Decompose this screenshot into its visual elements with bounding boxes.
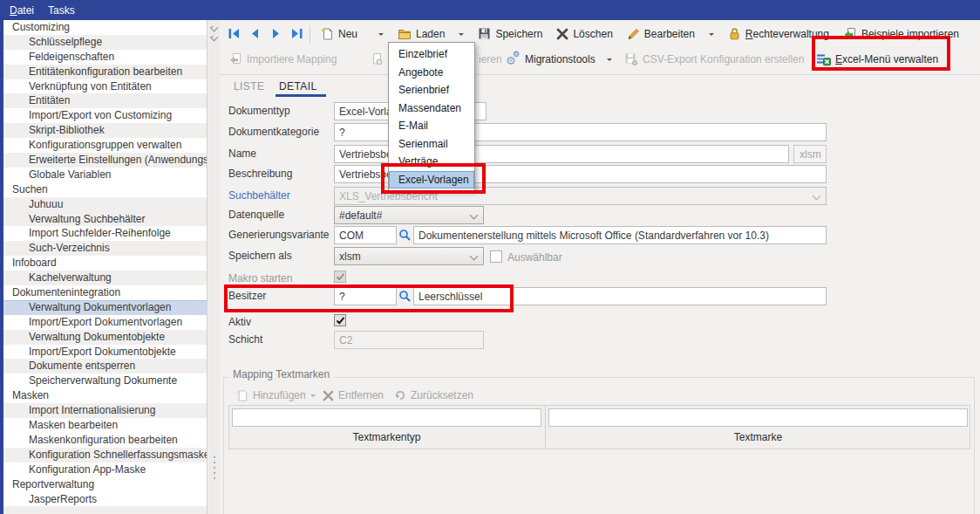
schicht-field[interactable]: C2 bbox=[334, 331, 484, 349]
hinzufuegen-dropdown-arrow-icon[interactable] bbox=[310, 394, 316, 400]
hinzufuegen-button[interactable]: Hinzufügen bbox=[235, 387, 316, 404]
sidebar-item-label: Konfiguration Schnellerfassungsmaske bbox=[29, 449, 207, 461]
sidebar-item[interactable]: Feldeigenschaften bbox=[3, 50, 207, 65]
splitter-grip[interactable] bbox=[214, 477, 215, 479]
beschreibung-label: Beschreibung bbox=[228, 168, 292, 180]
makro-starten-checkbox[interactable] bbox=[334, 271, 346, 283]
zuruecksetzen-button[interactable]: Zurücksetzen bbox=[394, 387, 473, 404]
menu-item[interactable]: E-Mail bbox=[389, 117, 474, 135]
sidebar-item-label: Dokumente entsperren bbox=[29, 360, 135, 372]
sidebar-item[interactable]: Masken bbox=[3, 388, 207, 403]
migrationstools-dropdown-arrow-icon[interactable] bbox=[607, 58, 612, 64]
beispiele-importieren-button[interactable]: Beispiele importieren bbox=[836, 23, 966, 45]
aktiv-checkbox[interactable] bbox=[334, 314, 346, 326]
splitter-grip[interactable] bbox=[214, 462, 215, 463]
sidebar-item-label: Schlüsselpflege bbox=[29, 36, 102, 48]
sidebar-item[interactable]: Schlüsselpflege bbox=[3, 35, 207, 50]
add-document-gray-icon bbox=[235, 389, 248, 402]
sidebar-item[interactable]: Dokumente entsperren bbox=[3, 359, 207, 374]
entfernen-button[interactable]: Entfernen bbox=[323, 387, 384, 404]
menu-tasks[interactable]: Tasks bbox=[48, 4, 75, 17]
textmarke-column-header[interactable]: Textmarke bbox=[548, 431, 968, 443]
suchbehaelter-label[interactable]: Suchbehälter bbox=[228, 189, 290, 202]
textmarkentyp-column-header[interactable]: Textmarkentyp bbox=[232, 431, 541, 443]
importiere-mapping-button[interactable]: Importiere Mapping bbox=[228, 48, 337, 71]
sidebar-item[interactable]: Reportverwaltung bbox=[3, 477, 207, 492]
menu-item-label: Excel-Vorlagen bbox=[398, 174, 469, 186]
menu-item[interactable]: Verträge bbox=[389, 153, 474, 171]
sidebar-item-label: Customizing bbox=[12, 21, 70, 33]
makro-starten-label: Makro starten bbox=[228, 272, 292, 284]
nav-previous-icon bbox=[248, 27, 262, 40]
tab-detail[interactable]: DETAIL bbox=[279, 80, 317, 93]
rechteverwaltung-button[interactable]: Rechteverwaltung bbox=[721, 23, 836, 45]
splitter-collapse-right-icon[interactable]: › bbox=[210, 33, 219, 42]
nav-last-button[interactable] bbox=[286, 23, 307, 45]
gears-icon: ⚙ ⚙ bbox=[506, 52, 521, 67]
loeschen-button[interactable]: Löschen bbox=[549, 23, 619, 45]
document-gray-icon bbox=[370, 52, 384, 66]
menu-item[interactable]: Excel-Vorlagen bbox=[389, 171, 474, 189]
splitter-grip[interactable] bbox=[214, 472, 215, 474]
menu-item[interactable]: Angebote bbox=[389, 64, 474, 82]
column-divider[interactable] bbox=[545, 406, 546, 449]
splitter-collapse-left-icon[interactable]: ‹ bbox=[210, 24, 219, 32]
menu-item[interactable]: Massendaten bbox=[389, 99, 474, 118]
name-label: Name bbox=[228, 147, 256, 160]
sidebar-item[interactable]: Verknüpfung von Entitäten bbox=[3, 79, 207, 94]
application-window: Datei Tasks Customizing Schlüsselpflege … bbox=[0, 0, 980, 514]
neu-dropdown-arrow-icon[interactable] bbox=[378, 33, 384, 38]
sidebar-item[interactable]: Entitätenkonfiguration bearbeiten bbox=[3, 65, 207, 79]
new-document-icon bbox=[320, 27, 334, 41]
datenquelle-chevron-icon[interactable] bbox=[470, 211, 479, 220]
covered-button-right[interactable]: ieren bbox=[479, 48, 502, 71]
laden-dropdown-arrow-icon[interactable] bbox=[459, 33, 464, 38]
auswaehlbar-checkbox[interactable] bbox=[490, 250, 502, 263]
menu-item[interactable]: Einzelbrief bbox=[389, 45, 474, 64]
speichern-button[interactable]: Speichern bbox=[471, 23, 549, 45]
csv-export-button[interactable]: CSV-Export Konfiguration erstellen bbox=[624, 48, 804, 71]
sidebar-item[interactable]: Konfiguration App-Maske bbox=[3, 463, 207, 477]
sidebar-item-label: Verknüpfung von Entitäten bbox=[29, 80, 152, 93]
neu-label: Neu bbox=[338, 28, 357, 40]
sidebar-item[interactable] bbox=[3, 506, 207, 514]
sidebar-item[interactable]: Customizing bbox=[3, 20, 207, 35]
bearbeiten-dropdown-arrow-icon[interactable] bbox=[709, 33, 714, 38]
excel-menu-verwalten-button[interactable]: Excel-Menü verwalten bbox=[816, 48, 938, 71]
textmarkentyp-filter-input[interactable] bbox=[232, 408, 541, 427]
splitter-grip[interactable] bbox=[214, 456, 215, 458]
sidebar-item[interactable]: Masken bearbeiten bbox=[3, 418, 207, 433]
toolbar-separator bbox=[310, 25, 310, 43]
nav-next-button[interactable] bbox=[265, 23, 286, 45]
generierungsvariante-field[interactable]: COM bbox=[334, 226, 397, 244]
nav-previous-button[interactable] bbox=[244, 23, 265, 45]
sidebar-item-label: Maskenkonfiguration bearbeiten bbox=[29, 434, 178, 446]
neu-button[interactable]: Neu bbox=[313, 23, 391, 45]
menu-item[interactable]: Serienbrief bbox=[389, 81, 474, 99]
sidebar-item-label: Feldeigenschaften bbox=[29, 51, 114, 63]
suchbehaelter-chevron-icon[interactable] bbox=[813, 192, 821, 201]
menu-datei[interactable]: Datei bbox=[10, 4, 34, 17]
textmarke-filter-input[interactable] bbox=[548, 408, 968, 427]
generierungsvariante-label: Generierungsvariante bbox=[228, 229, 329, 241]
nav-first-button[interactable] bbox=[223, 23, 244, 45]
besitzer-field[interactable]: ? bbox=[334, 287, 397, 305]
speichern-als-combobox[interactable]: xlsm bbox=[334, 247, 484, 265]
name-extension-badge: xlsm bbox=[793, 145, 827, 163]
menu-item[interactable]: Serienmail bbox=[389, 135, 474, 154]
sidebar-item[interactable]: Import Internationalisierung bbox=[3, 403, 207, 418]
sidebar-item[interactable]: JasperReports bbox=[3, 492, 207, 507]
sidebar-item[interactable]: Speicherverwaltung Dokumente bbox=[3, 374, 207, 388]
besitzer-lookup-icon[interactable] bbox=[398, 290, 412, 303]
bearbeiten-button[interactable]: Bearbeiten bbox=[620, 23, 721, 45]
sidebar-item[interactable]: Konfiguration Schnellerfassungsmaske bbox=[3, 448, 207, 463]
tab-liste[interactable]: LISTE bbox=[234, 80, 264, 93]
sidebar-item[interactable]: Maskenkonfiguration bearbeiten bbox=[3, 433, 207, 448]
rechteverwaltung-label: Rechteverwaltung bbox=[745, 28, 829, 40]
remove-x-gray-icon bbox=[323, 390, 334, 401]
speichern-als-chevron-icon[interactable] bbox=[470, 252, 479, 261]
datenquelle-combobox[interactable]: #default# bbox=[334, 206, 484, 224]
migrationstools-button[interactable]: ⚙ ⚙ Migrationstools bbox=[506, 48, 612, 71]
splitter-grip[interactable] bbox=[214, 467, 215, 469]
generierungsvariante-lookup-icon[interactable] bbox=[398, 229, 412, 242]
